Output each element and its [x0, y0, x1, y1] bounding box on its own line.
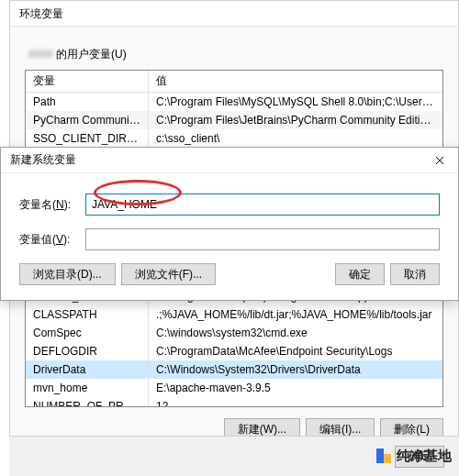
close-icon: [435, 156, 444, 165]
table-row[interactable]: mvn_homeE:\apache-maven-3.9.5: [26, 379, 442, 397]
table-row[interactable]: SSO_CLIENT_DIRECTORYc:\sso_client\: [26, 129, 442, 148]
col-variable[interactable]: 变量: [26, 71, 149, 92]
cell-val: c:\sso_client\: [149, 129, 442, 148]
watermark: 纯净基地: [375, 447, 452, 465]
cell-var: mvn_home: [26, 379, 149, 397]
cell-val: .;%JAVA_HOME%/lib/dt.jar;%JAVA_HOME%/lib…: [149, 305, 442, 324]
cell-val: C:\ProgramData\McAfee\Endpoint Security\…: [149, 342, 442, 360]
cell-var: Path: [26, 93, 149, 111]
table-row[interactable]: ComSpecC:\windows\system32\cmd.exe: [26, 324, 442, 342]
cell-var: SSO_CLIENT_DIRECTORY: [26, 129, 149, 148]
new-system-var-dialog: 新建系统变量 变量名(N): 变量值(V): 浏览目录(D)... 浏览文件(F…: [0, 147, 459, 301]
cell-var: NUMBER_OF_PROCESSORS: [26, 397, 149, 406]
dialog-title-bar[interactable]: 新建系统变量: [1, 148, 458, 173]
cell-val: E:\apache-maven-3.9.5: [149, 379, 442, 397]
user-vars-table[interactable]: 变量 值 PathC:\Program Files\MySQL\MySQL Sh…: [25, 70, 443, 149]
name-label: 变量名(N):: [19, 197, 85, 213]
cell-var: DEFLOGDIR: [26, 342, 149, 360]
value-label: 变量值(V):: [19, 232, 85, 248]
cell-var: DriverData: [26, 360, 149, 379]
cell-val: C:\Program Files\JetBrains\PyCharm Commu…: [149, 111, 442, 129]
cell-var: ComSpec: [26, 324, 149, 342]
table-row[interactable]: NUMBER_OF_PROCESSORS12: [26, 397, 442, 406]
table-header: 变量 值: [26, 71, 442, 93]
name-row: 变量名(N):: [19, 194, 440, 216]
watermark-icon: [375, 447, 393, 465]
variable-name-input[interactable]: [85, 194, 440, 216]
cell-val: C:\Windows\System32\Drivers\DriverData: [149, 360, 442, 379]
dialog-body: 变量名(N): 变量值(V): 浏览目录(D)... 浏览文件(F)... 确定…: [1, 173, 458, 300]
value-row: 变量值(V):: [19, 228, 440, 250]
table-row[interactable]: PathC:\Program Files\MySQL\MySQL Shell 8…: [26, 93, 442, 111]
cell-val: 12: [149, 397, 442, 406]
cell-var: CLASSPATH: [26, 305, 149, 324]
table-row[interactable]: DEFLOGDIRC:\ProgramData\McAfee\Endpoint …: [26, 342, 442, 360]
dialog-buttons: 浏览目录(D)... 浏览文件(F)... 确定 取消: [19, 263, 440, 285]
cancel-button[interactable]: 取消: [390, 263, 440, 285]
ok-button[interactable]: 确定: [335, 263, 385, 285]
table-row[interactable]: PyCharm Community Editi...C:\Program Fil…: [26, 111, 442, 129]
cell-val: C:\Program Files\MySQL\MySQL Shell 8.0\b…: [149, 93, 442, 111]
table-row[interactable]: DriverDataC:\Windows\System32\Drivers\Dr…: [26, 360, 442, 379]
user-vars-label: #### 的用户变量(U): [28, 47, 443, 62]
cell-val: C:\windows\system32\cmd.exe: [149, 324, 442, 342]
cell-var: PyCharm Community Editi...: [26, 111, 149, 129]
browse-file-button[interactable]: 浏览文件(F)...: [121, 263, 216, 285]
watermark-text: 纯净基地: [397, 448, 452, 465]
env-vars-title: 环境变量: [10, 1, 458, 27]
browse-dir-button[interactable]: 浏览目录(D)...: [19, 263, 116, 285]
env-vars-content: #### 的用户变量(U) 变量 值 PathC:\Program Files\…: [10, 27, 458, 163]
dialog-title: 新建系统变量: [10, 152, 76, 168]
variable-value-input[interactable]: [85, 228, 440, 250]
table-row[interactable]: CLASSPATH.;%JAVA_HOME%/lib/dt.jar;%JAVA_…: [26, 305, 442, 324]
col-value[interactable]: 值: [149, 71, 442, 92]
close-button[interactable]: [429, 151, 451, 170]
